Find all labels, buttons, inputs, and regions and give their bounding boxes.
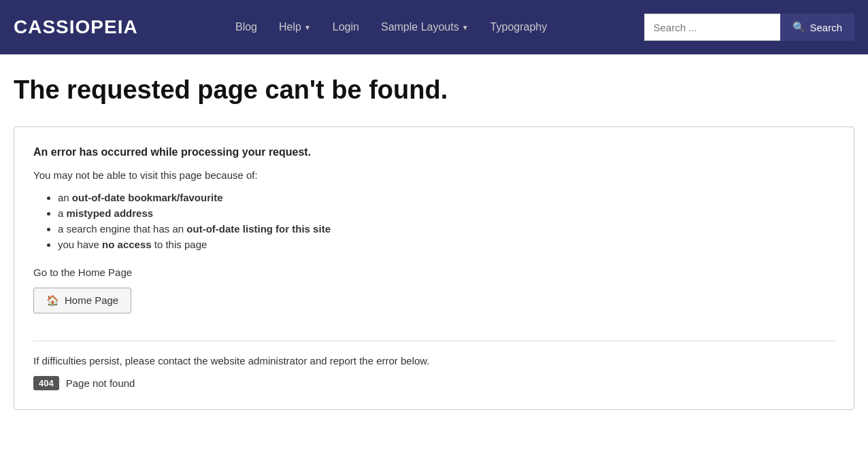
error-list: an out-of-date bookmark/favourite a mist… (33, 192, 835, 250)
nav-login[interactable]: Login (323, 14, 369, 40)
nav-sample-layouts[interactable]: Sample Layouts ▼ (371, 14, 478, 40)
home-page-button[interactable]: 🏠 Home Page (33, 288, 131, 313)
home-icon: 🏠 (46, 294, 59, 307)
error-message-label: Page not found (66, 377, 135, 389)
main-nav: Blog Help ▼ Login Sample Layouts ▼ Typog… (226, 14, 556, 40)
divider (33, 341, 835, 341)
list-item: you have no access to this page (58, 239, 835, 250)
error-box: An error has occurred while processing y… (14, 126, 854, 410)
search-button[interactable]: 🔍 Search (780, 14, 854, 41)
error-badge-row: 404 Page not found (33, 376, 835, 390)
search-input[interactable] (644, 14, 780, 41)
main-content: The requested page can't be found. An er… (0, 54, 868, 444)
site-title: CASSIOPEIA (14, 16, 138, 38)
error-heading: An error has occurred while processing y… (33, 146, 835, 158)
list-item: a mistyped address (58, 207, 835, 219)
error-code-badge: 404 (33, 376, 59, 390)
list-item: a search engine that has an out-of-date … (58, 223, 835, 235)
nav-typography[interactable]: Typography (481, 14, 557, 40)
search-area: 🔍 Search (644, 14, 854, 41)
search-icon: 🔍 (792, 21, 805, 33)
go-home-text: Go to the Home Page (33, 267, 835, 278)
nav-help[interactable]: Help ▼ (269, 14, 320, 40)
site-header: CASSIOPEIA Blog Help ▼ Login Sample Layo… (0, 0, 868, 54)
chevron-down-icon: ▼ (462, 24, 469, 31)
persist-text: If difficulties persist, please contact … (33, 355, 835, 366)
list-item: an out-of-date bookmark/favourite (58, 192, 835, 203)
error-intro: You may not be able to visit this page b… (33, 169, 835, 181)
nav-blog[interactable]: Blog (226, 14, 267, 40)
page-title: The requested page can't be found. (14, 75, 854, 106)
chevron-down-icon: ▼ (304, 24, 311, 31)
